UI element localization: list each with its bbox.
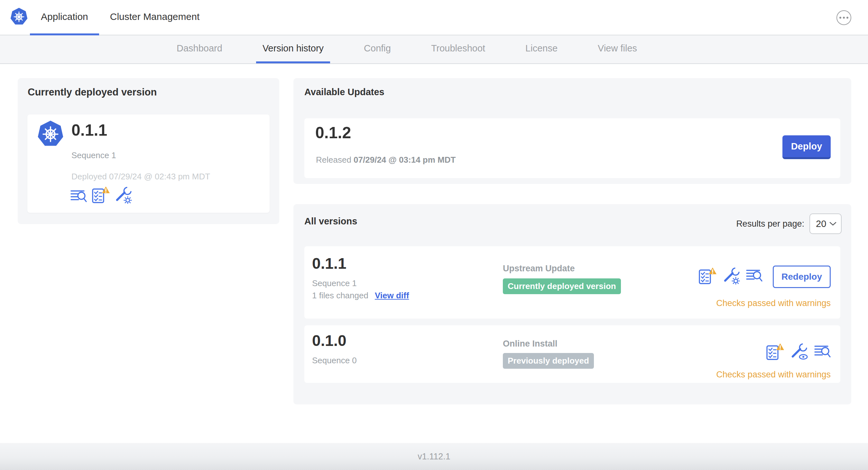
dot bbox=[839, 17, 841, 19]
tab-config[interactable]: Config bbox=[358, 35, 397, 63]
update-row: 0.1.2 Released 07/29/24 @ 03:14 pm MDT D… bbox=[304, 118, 840, 178]
deployed-version-panel: 0.1.1 Sequence 1 Deployed 07/29/24 @ 02:… bbox=[27, 114, 270, 213]
view-config-icon[interactable] bbox=[790, 343, 808, 360]
files-changed-label: 1 files changed bbox=[312, 291, 368, 301]
logs-icon[interactable] bbox=[746, 268, 763, 283]
tab-application[interactable]: Application bbox=[30, 0, 99, 35]
row-source-label: Upstream Update bbox=[503, 264, 575, 274]
version-row-0-1-1: 0.1.1 Sequence 1 1 files changed View di… bbox=[304, 246, 840, 318]
preflight-checks-warning-icon[interactable] bbox=[91, 186, 110, 204]
edit-config-icon[interactable] bbox=[722, 267, 740, 284]
deployed-actions bbox=[70, 186, 132, 204]
row-version-number: 0.1.0 bbox=[312, 332, 346, 349]
currently-deployed-card: Currently deployed version 0.1.1 Sequenc… bbox=[18, 78, 279, 224]
row-sequence: Sequence 0 bbox=[312, 356, 357, 366]
results-per-page-value: 20 bbox=[816, 219, 826, 229]
all-versions-title: All versions bbox=[304, 216, 357, 227]
kubernetes-logo bbox=[10, 7, 28, 28]
tab-version-history[interactable]: Version history bbox=[256, 35, 330, 63]
row-action-icons bbox=[766, 343, 831, 361]
ellipsis-menu-icon[interactable] bbox=[836, 10, 851, 25]
released-prefix: Released bbox=[316, 155, 351, 165]
chevron-down-icon bbox=[829, 222, 836, 226]
checks-status-text: Checks passed with warnings bbox=[716, 298, 831, 308]
dot bbox=[843, 17, 845, 19]
available-updates-title: Available Updates bbox=[304, 87, 384, 97]
tab-view-files[interactable]: View files bbox=[591, 35, 644, 63]
results-per-page-control: Results per page: 20 bbox=[736, 213, 842, 234]
deployed-timestamp: Deployed 07/29/24 @ 02:43 pm MDT bbox=[71, 172, 210, 181]
deployed-version-number: 0.1.1 bbox=[71, 121, 107, 139]
deploy-button[interactable]: Deploy bbox=[782, 135, 831, 159]
results-per-page-select[interactable]: 20 bbox=[809, 213, 842, 234]
header-tabs: Application Cluster Management bbox=[30, 0, 210, 35]
update-released-line: Released 07/29/24 @ 03:14 pm MDT bbox=[316, 155, 456, 165]
app-header: Application Cluster Management bbox=[0, 0, 868, 35]
all-versions-card: All versions Results per page: 20 0.1.1 … bbox=[293, 204, 851, 404]
row-sequence: Sequence 1 bbox=[312, 278, 357, 289]
app-subnav: Dashboard Version history Config Trouble… bbox=[0, 35, 868, 64]
row-source-label: Online Install bbox=[503, 339, 558, 349]
tab-license[interactable]: License bbox=[519, 35, 564, 63]
available-updates-card: Available Updates 0.1.2 Released 07/29/2… bbox=[293, 78, 851, 184]
previously-deployed-badge: Previously deployed bbox=[503, 353, 594, 369]
kubernetes-app-icon bbox=[37, 120, 64, 149]
tab-dashboard[interactable]: Dashboard bbox=[170, 35, 229, 63]
tab-troubleshoot[interactable]: Troubleshoot bbox=[425, 35, 492, 63]
deployed-sequence: Sequence 1 bbox=[71, 150, 116, 160]
deployed-card-title: Currently deployed version bbox=[28, 87, 157, 98]
version-row-0-1-0: 0.1.0 Sequence 0 Online Install Previous… bbox=[304, 325, 840, 383]
row-files-changed: 1 files changed View diff bbox=[312, 291, 409, 301]
update-version-number: 0.1.2 bbox=[315, 124, 351, 142]
preflight-checks-warning-icon[interactable] bbox=[698, 267, 717, 285]
view-diff-link[interactable]: View diff bbox=[375, 291, 409, 301]
released-date: 07/29/24 @ 03:14 pm MDT bbox=[353, 155, 456, 165]
results-per-page-label: Results per page: bbox=[736, 219, 804, 229]
deployed-status-badge: Currently deployed version bbox=[503, 278, 621, 294]
row-action-icons bbox=[698, 267, 763, 285]
dot bbox=[846, 17, 848, 19]
console-version: v1.112.1 bbox=[417, 452, 451, 462]
row-version-number: 0.1.1 bbox=[312, 255, 346, 272]
logs-icon[interactable] bbox=[70, 189, 87, 204]
checks-status-text: Checks passed with warnings bbox=[716, 370, 831, 380]
tab-cluster-management[interactable]: Cluster Management bbox=[99, 0, 210, 35]
logs-icon[interactable] bbox=[814, 344, 831, 359]
app-footer: v1.112.1 bbox=[0, 443, 868, 470]
redeploy-button[interactable]: Redeploy bbox=[773, 266, 831, 288]
edit-config-icon[interactable] bbox=[115, 187, 132, 204]
preflight-checks-warning-icon[interactable] bbox=[766, 343, 784, 361]
